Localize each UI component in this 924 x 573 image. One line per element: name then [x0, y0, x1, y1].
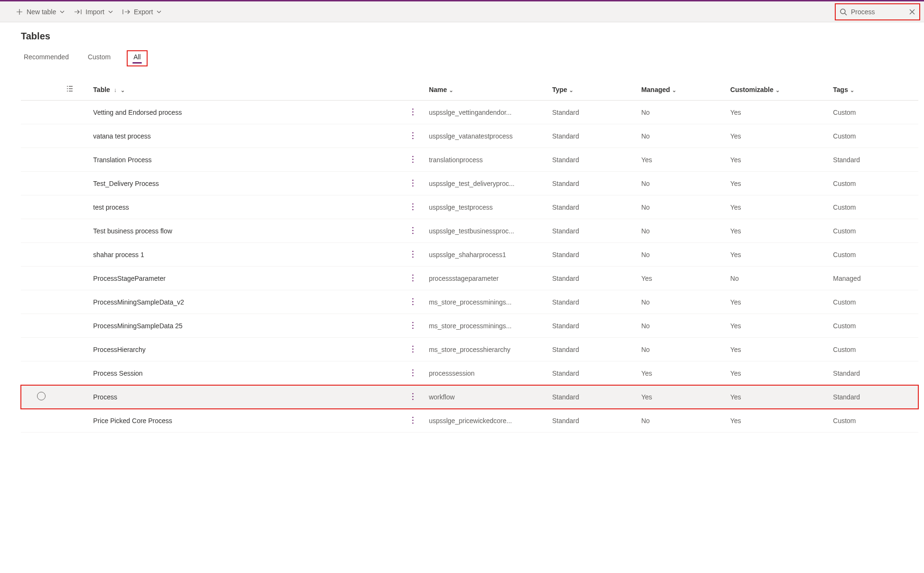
row-select-cell[interactable]: [21, 338, 62, 361]
row-table-name[interactable]: ProcessMiningSampleData_v2: [89, 290, 404, 314]
more-vertical-icon[interactable]: [408, 344, 418, 354]
table-row[interactable]: shahar process 1uspsslge_shaharprocess1S…: [21, 243, 918, 267]
col-more-header: [404, 81, 425, 101]
table-row[interactable]: vatana test processuspsslge_vatanatestpr…: [21, 124, 918, 148]
svg-point-5: [412, 135, 414, 137]
row-table-name[interactable]: Translation Process: [89, 148, 404, 172]
row-table-name[interactable]: Vetting and Endorsed process: [89, 101, 404, 124]
row-name: processstageparameter: [425, 267, 549, 290]
row-table-name[interactable]: ProcessMiningSampleData 25: [89, 314, 404, 338]
table-row[interactable]: Translation ProcesstranslationprocessSta…: [21, 148, 918, 172]
row-select-cell[interactable]: [21, 101, 62, 124]
table-row[interactable]: Process SessionprocesssessionStandardYes…: [21, 361, 918, 385]
tab-all[interactable]: All: [127, 50, 148, 66]
row-select-cell[interactable]: [21, 219, 62, 243]
table-row[interactable]: ProcessMiningSampleData 25ms_store_proce…: [21, 314, 918, 338]
row-table-name[interactable]: ProcessStageParameter: [89, 267, 404, 290]
row-more-cell: [404, 195, 425, 219]
row-table-name[interactable]: Process Session: [89, 361, 404, 385]
col-name-header[interactable]: Name⌄: [425, 81, 549, 101]
row-select-cell[interactable]: [21, 195, 62, 219]
more-vertical-icon[interactable]: [408, 297, 418, 306]
row-tags: Custom: [829, 101, 918, 124]
row-type: Standard: [548, 361, 637, 385]
row-type: Standard: [548, 385, 637, 409]
row-managed: Yes: [637, 148, 727, 172]
chevron-down-icon: ⌄: [569, 87, 573, 93]
row-select-cell[interactable]: [21, 172, 62, 195]
more-vertical-icon[interactable]: [408, 202, 418, 212]
col-table-header[interactable]: Table ↓ ⌄: [89, 81, 404, 101]
import-button[interactable]: Import: [69, 5, 118, 18]
svg-point-2: [412, 111, 414, 113]
tab-custom[interactable]: Custom: [85, 50, 113, 66]
search-input[interactable]: Process: [835, 3, 920, 20]
col-type-header[interactable]: Type⌄: [548, 81, 637, 101]
row-select-cell[interactable]: [21, 243, 62, 267]
row-managed: Yes: [637, 361, 727, 385]
row-select-cell[interactable]: [21, 148, 62, 172]
more-vertical-icon[interactable]: [408, 226, 418, 235]
row-more-cell: [404, 172, 425, 195]
tab-recommended[interactable]: Recommended: [21, 50, 72, 66]
row-select-radio[interactable]: [37, 392, 46, 400]
col-managed-header[interactable]: Managed⌄: [637, 81, 727, 101]
row-more-cell: [404, 361, 425, 385]
svg-point-35: [412, 372, 414, 374]
svg-point-33: [412, 351, 414, 353]
table-row[interactable]: ProcessStageParameterprocessstageparamet…: [21, 267, 918, 290]
row-select-cell[interactable]: [21, 290, 62, 314]
row-select-cell[interactable]: [21, 385, 62, 409]
svg-point-37: [412, 393, 414, 395]
row-tags: Custom: [829, 124, 918, 148]
more-vertical-icon[interactable]: [408, 368, 418, 378]
more-vertical-icon[interactable]: [408, 107, 418, 117]
table-row[interactable]: test processuspsslge_testprocessStandard…: [21, 195, 918, 219]
row-table-name[interactable]: Test business process flow: [89, 219, 404, 243]
svg-point-27: [412, 304, 414, 305]
table-row[interactable]: ProcessworkflowStandardYesYesStandard: [21, 385, 918, 409]
row-table-name[interactable]: vatana test process: [89, 124, 404, 148]
row-more-cell: [404, 148, 425, 172]
row-customizable: Yes: [727, 101, 830, 124]
more-vertical-icon[interactable]: [408, 273, 418, 283]
table-row[interactable]: Test business process flowuspsslge_testb…: [21, 219, 918, 243]
col-tags-header[interactable]: Tags⌄: [829, 81, 918, 101]
table-row[interactable]: ProcessMiningSampleData_v2ms_store_proce…: [21, 290, 918, 314]
row-table-name[interactable]: Test_Delivery Process: [89, 172, 404, 195]
row-icon-cell: [62, 243, 90, 267]
col-list-icon[interactable]: [62, 81, 90, 101]
new-table-button[interactable]: New table: [11, 5, 69, 18]
export-button[interactable]: Export: [118, 5, 166, 18]
row-select-cell[interactable]: [21, 267, 62, 290]
table-row[interactable]: Vetting and Endorsed processuspsslge_vet…: [21, 101, 918, 124]
row-managed: Yes: [637, 267, 727, 290]
more-vertical-icon[interactable]: [408, 392, 418, 401]
more-vertical-icon[interactable]: [408, 131, 418, 140]
row-customizable: Yes: [727, 148, 830, 172]
row-table-name[interactable]: test process: [89, 195, 404, 219]
table-row[interactable]: Test_Delivery Processuspsslge_test_deliv…: [21, 172, 918, 195]
row-select-cell[interactable]: [21, 124, 62, 148]
more-vertical-icon[interactable]: [408, 250, 418, 259]
clear-search-icon[interactable]: [909, 9, 915, 15]
row-tags: Custom: [829, 290, 918, 314]
row-table-name[interactable]: Price Picked Core Process: [89, 409, 404, 433]
row-table-name[interactable]: ProcessHierarchy: [89, 338, 404, 361]
row-table-name[interactable]: Process: [89, 385, 404, 409]
row-select-cell[interactable]: [21, 409, 62, 433]
row-customizable: Yes: [727, 409, 830, 433]
svg-point-22: [412, 275, 414, 276]
row-select-cell[interactable]: [21, 361, 62, 385]
row-select-cell[interactable]: [21, 314, 62, 338]
col-customizable-header[interactable]: Customizable⌄: [727, 81, 830, 101]
more-vertical-icon[interactable]: [408, 178, 418, 188]
table-row[interactable]: ProcessHierarchyms_store_processhierarch…: [21, 338, 918, 361]
import-label: Import: [85, 8, 104, 16]
row-table-name[interactable]: shahar process 1: [89, 243, 404, 267]
more-vertical-icon[interactable]: [408, 321, 418, 330]
row-customizable: Yes: [727, 172, 830, 195]
more-vertical-icon[interactable]: [408, 416, 418, 425]
more-vertical-icon[interactable]: [408, 155, 418, 164]
table-row[interactable]: Price Picked Core Processuspsslge_pricew…: [21, 409, 918, 433]
